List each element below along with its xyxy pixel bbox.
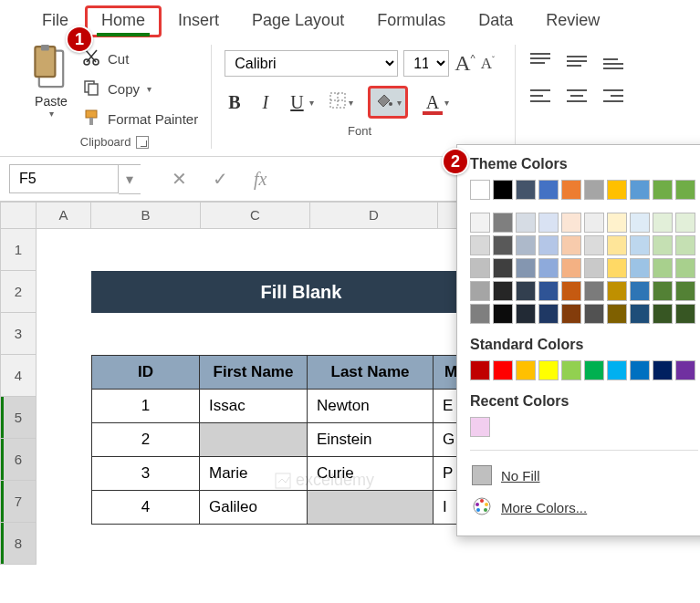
underline-button[interactable]: U▾ (287, 92, 313, 113)
color-swatch[interactable] (607, 213, 627, 233)
color-swatch[interactable] (653, 304, 673, 324)
column-header-c[interactable]: C (201, 202, 310, 229)
cut-button[interactable]: Cut (82, 48, 198, 69)
insert-function-button[interactable]: fx (241, 163, 279, 195)
color-swatch[interactable] (538, 213, 559, 233)
color-swatch[interactable] (584, 304, 604, 324)
row-header-8[interactable]: 8 (0, 523, 37, 565)
color-swatch[interactable] (561, 360, 581, 380)
color-swatch[interactable] (653, 235, 673, 255)
cell[interactable]: 1 (92, 390, 200, 423)
color-swatch[interactable] (493, 360, 513, 380)
fill-color-button[interactable]: ▾ (368, 86, 408, 119)
color-swatch[interactable] (470, 235, 490, 255)
font-color-button[interactable]: A ▾ (423, 92, 449, 113)
row-header-1[interactable]: 1 (0, 229, 37, 271)
color-swatch[interactable] (607, 180, 627, 200)
align-left-button[interactable] (528, 87, 552, 109)
no-fill-action[interactable]: No Fill (470, 460, 698, 491)
cell[interactable] (200, 423, 308, 457)
color-swatch[interactable] (675, 235, 695, 255)
color-swatch[interactable] (516, 213, 536, 233)
color-swatch[interactable] (470, 180, 490, 200)
color-swatch[interactable] (653, 180, 673, 200)
tab-formulas[interactable]: Formulas (360, 5, 462, 37)
clipboard-dialog-launcher[interactable] (136, 136, 149, 149)
color-swatch[interactable] (493, 180, 513, 200)
italic-button[interactable]: I (259, 92, 273, 113)
more-colors-action[interactable]: More Colors... (470, 491, 698, 525)
align-middle-button[interactable] (565, 52, 589, 74)
row-header-2[interactable]: 2 (0, 271, 37, 313)
column-header-d[interactable]: D (310, 202, 438, 229)
cell[interactable]: Issac (200, 390, 308, 423)
color-swatch[interactable] (630, 281, 650, 301)
row-header-6[interactable]: 6 (0, 439, 37, 481)
color-swatch[interactable] (470, 417, 490, 437)
color-swatch[interactable] (630, 180, 650, 200)
row-header-3[interactable]: 3 (0, 313, 37, 355)
align-top-button[interactable] (528, 52, 552, 74)
color-swatch[interactable] (675, 258, 695, 278)
color-swatch[interactable] (584, 235, 604, 255)
format-painter-button[interactable]: Format Painter (82, 109, 198, 130)
name-box[interactable] (9, 164, 119, 193)
cell[interactable]: 3 (92, 457, 200, 491)
color-swatch[interactable] (607, 304, 627, 324)
column-header-a[interactable]: A (37, 202, 91, 229)
color-swatch[interactable] (584, 180, 604, 200)
column-header-b[interactable]: B (91, 202, 201, 229)
tab-data[interactable]: Data (462, 5, 529, 37)
cell[interactable] (308, 491, 434, 525)
color-swatch[interactable] (516, 180, 536, 200)
color-swatch[interactable] (470, 281, 490, 301)
color-swatch[interactable] (584, 258, 604, 278)
color-swatch[interactable] (493, 235, 513, 255)
cell[interactable]: Einstein (308, 423, 434, 457)
color-swatch[interactable] (493, 258, 513, 278)
color-swatch[interactable] (538, 180, 559, 200)
decrease-font-icon[interactable]: Aˇ (481, 55, 495, 73)
tab-home[interactable]: Home (85, 5, 162, 37)
color-swatch[interactable] (607, 258, 627, 278)
bold-button[interactable]: B (225, 92, 244, 113)
cell[interactable]: Marie (200, 457, 308, 491)
color-swatch[interactable] (516, 360, 536, 380)
color-swatch[interactable] (516, 281, 536, 301)
row-header-5[interactable]: 5 (0, 397, 37, 439)
copy-button[interactable]: Copy ▾ (82, 78, 198, 99)
align-bottom-button[interactable] (601, 52, 625, 74)
color-swatch[interactable] (584, 213, 604, 233)
color-swatch[interactable] (516, 235, 536, 255)
formula-enter-button[interactable]: ✓ (200, 162, 241, 195)
color-swatch[interactable] (538, 235, 559, 255)
color-swatch[interactable] (493, 213, 513, 233)
color-swatch[interactable] (561, 180, 581, 200)
color-swatch[interactable] (607, 235, 627, 255)
align-right-button[interactable] (601, 87, 625, 109)
align-center-button[interactable] (565, 87, 589, 109)
borders-button[interactable]: ▾ (329, 91, 353, 113)
cell[interactable]: 2 (92, 423, 200, 457)
name-box-dropdown[interactable]: ▾ (119, 164, 141, 194)
color-swatch[interactable] (653, 360, 673, 380)
color-swatch[interactable] (653, 258, 673, 278)
font-size-select[interactable]: 11 (403, 50, 449, 77)
tab-insert[interactable]: Insert (162, 5, 235, 37)
row-header-7[interactable]: 7 (0, 481, 37, 523)
cell[interactable]: Curie (308, 457, 434, 491)
color-swatch[interactable] (561, 235, 581, 255)
color-swatch[interactable] (630, 213, 650, 233)
color-swatch[interactable] (561, 258, 581, 278)
color-swatch[interactable] (607, 360, 627, 380)
color-swatch[interactable] (493, 281, 513, 301)
tab-review[interactable]: Review (529, 5, 616, 37)
color-swatch[interactable] (630, 360, 650, 380)
increase-font-icon[interactable]: A^ (454, 51, 475, 76)
color-swatch[interactable] (493, 304, 513, 324)
color-swatch[interactable] (653, 213, 673, 233)
color-swatch[interactable] (470, 213, 490, 233)
paste-button[interactable]: Paste ▾ (31, 45, 71, 119)
color-swatch[interactable] (675, 304, 695, 324)
color-swatch[interactable] (538, 281, 559, 301)
